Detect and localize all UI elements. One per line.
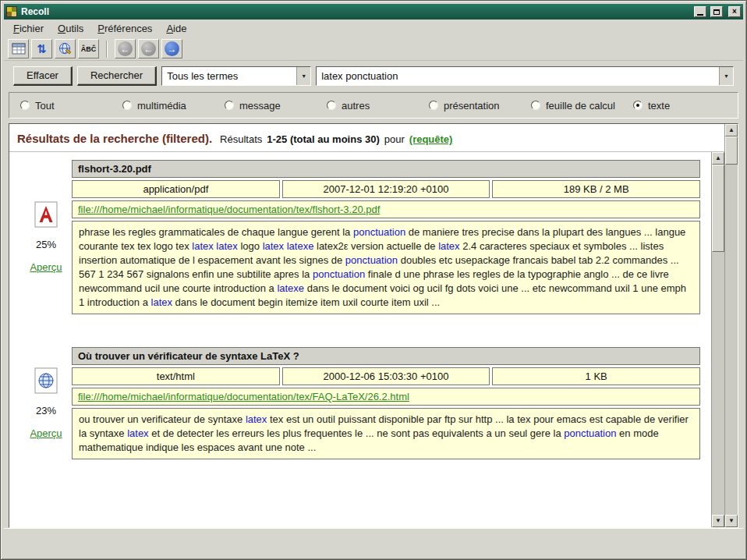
result-mime-type: text/html	[72, 367, 280, 385]
results-range: 1-25 (total au moins 30)	[267, 133, 379, 145]
menubar: Fichier Outils Préférences Aide	[4, 19, 743, 37]
pdf-file-icon	[34, 201, 58, 228]
result-table: flshort-3.20.pdf application/pdf 2007-12…	[72, 160, 700, 314]
search-mode-value: Tous les termes	[162, 67, 296, 85]
scrollbar-track[interactable]	[712, 165, 724, 515]
result-side-panel: 25% Aperçu	[20, 160, 72, 314]
results-list: 25% Aperçu flshort-3.20.pdf application/…	[9, 152, 711, 527]
radio-icon	[225, 101, 234, 110]
results-pane-scrollbar[interactable]: ▲ ▼	[724, 124, 738, 527]
radio-icon	[531, 101, 540, 110]
previous-page-button[interactable]: ←	[138, 39, 159, 58]
close-icon: ×	[732, 8, 737, 16]
filter-tout[interactable]: Tout	[20, 100, 122, 112]
menu-outils[interactable]: Outils	[51, 20, 90, 37]
search-input[interactable]	[317, 67, 719, 85]
scroll-down-icon[interactable]: ▼	[712, 515, 724, 527]
result-url-cell: file:///home/michael/informatique/docume…	[72, 388, 700, 406]
result-item: 25% Aperçu flshort-3.20.pdf application/…	[20, 160, 706, 314]
scrollbar-thumb[interactable]	[725, 136, 738, 165]
spellcheck-icon: ÂBĈ	[81, 45, 97, 53]
menu-preferences[interactable]: Préférences	[91, 20, 158, 37]
result-date: 2007-12-01 12:19:20 +0100	[282, 180, 490, 198]
filter-feuille-de-calcul[interactable]: feuille de calcul	[531, 100, 633, 112]
preview-link[interactable]: Aperçu	[30, 261, 62, 273]
scroll-up-icon[interactable]: ▲	[725, 124, 738, 136]
filter-multimedia[interactable]: multimédia	[122, 100, 225, 112]
results-main: Résultats de la recherche (filtered). Ré…	[9, 124, 724, 527]
minimize-button[interactable]	[694, 6, 706, 17]
minimize-icon	[697, 14, 703, 16]
result-snippet: phrase les regles grammaticales de chaqu…	[72, 221, 700, 314]
clear-button[interactable]: Effacer	[13, 66, 73, 86]
maximize-icon	[713, 9, 720, 15]
result-meta-row: text/html 2000-12-06 15:03:30 +0100 1 KB	[72, 367, 700, 385]
relevance-percent: 23%	[36, 405, 56, 416]
sort-by-date-button[interactable]: ⇅	[31, 39, 52, 58]
statusbar	[4, 528, 743, 556]
results-pane: Résultats de la recherche (filtered). Ré…	[9, 123, 738, 528]
chevron-down-icon[interactable]: ▼	[719, 67, 733, 85]
first-page-icon: ←	[118, 41, 133, 56]
window-title: Recoll	[21, 6, 690, 17]
term-explorer-button[interactable]: ÂBĈ	[78, 39, 99, 58]
app-icon	[6, 6, 17, 17]
maximize-button[interactable]	[710, 6, 723, 17]
search-bar: Effacer Rechercher Tous les termes ▼ ▼	[4, 66, 743, 86]
html-file-icon	[34, 367, 58, 394]
next-page-icon: →	[165, 41, 179, 56]
titlebar[interactable]: Recoll ×	[4, 4, 743, 19]
result-size: 1 KB	[492, 367, 700, 385]
table-grid-icon	[12, 43, 26, 55]
search-query-combo: ▼	[316, 66, 734, 86]
preview-link[interactable]: Aperçu	[30, 427, 62, 439]
toolbar: ⇅ ÂBĈ ← ← →	[4, 37, 743, 61]
close-button[interactable]: ×	[728, 6, 741, 17]
result-table: Où trouver un vérificateur de syntaxe La…	[72, 347, 700, 459]
radio-icon	[20, 101, 30, 110]
radio-icon	[633, 101, 643, 110]
result-url-cell: file:///home/michael/informatique/docume…	[72, 200, 700, 218]
result-meta-row: application/pdf 2007-12-01 12:19:20 +010…	[72, 180, 700, 198]
next-page-button[interactable]: →	[161, 39, 182, 58]
menu-aide[interactable]: Aide	[160, 20, 193, 37]
scrollbar-thumb[interactable]	[712, 165, 724, 252]
search-mode-select[interactable]: Tous les termes ▼	[161, 66, 311, 86]
result-url-link[interactable]: file:///home/michael/informatique/docume…	[78, 204, 380, 215]
app-window: Recoll × Fichier Outils Préférences Aide…	[0, 0, 747, 560]
result-size: 189 KB / 2 MB	[492, 180, 700, 198]
toolbar-separator	[106, 41, 108, 58]
filter-texte[interactable]: texte	[633, 100, 735, 112]
scrollbar-track[interactable]	[725, 136, 738, 515]
result-url-link[interactable]: file:///home/michael/informatique/docume…	[78, 391, 409, 402]
scroll-up-icon[interactable]: ▲	[712, 152, 724, 165]
result-snippet: ou trouver un verificateur de syntaxe la…	[72, 408, 700, 459]
radio-icon	[327, 101, 336, 110]
query-details-link[interactable]: (requête)	[409, 133, 453, 145]
previous-page-icon: ←	[141, 41, 156, 56]
filter-autres[interactable]: autres	[327, 100, 429, 112]
document-history-button[interactable]	[55, 39, 76, 58]
results-header: Résultats de la recherche (filtered). Ré…	[9, 124, 724, 152]
result-item: 23% Aperçu Où trouver un vérificateur de…	[20, 347, 706, 459]
result-mime-type: application/pdf	[72, 180, 280, 198]
filter-message[interactable]: message	[225, 100, 327, 112]
menu-fichier[interactable]: Fichier	[7, 20, 50, 37]
scroll-down-icon[interactable]: ▼	[725, 515, 738, 527]
results-list-scrollbar[interactable]: ▲ ▼	[711, 152, 724, 527]
results-pour: pour	[384, 133, 405, 145]
sort-arrows-icon: ⇅	[37, 43, 47, 55]
radio-icon	[429, 101, 438, 110]
results-title: Résultats de la recherche (filtered).	[17, 132, 212, 145]
globe-pencil-icon	[58, 42, 73, 55]
relevance-percent: 25%	[36, 239, 56, 250]
category-filter-bar: Tout multimédia message autres présentat…	[9, 92, 738, 119]
result-date: 2000-12-06 15:03:30 +0100	[282, 367, 490, 385]
chevron-down-icon[interactable]: ▼	[296, 67, 310, 85]
first-page-button[interactable]: ←	[115, 39, 136, 58]
clear-search-button[interactable]	[8, 39, 29, 58]
filter-presentation[interactable]: présentation	[429, 100, 531, 112]
results-body: 25% Aperçu flshort-3.20.pdf application/…	[9, 152, 724, 527]
search-button[interactable]: Rechercher	[77, 66, 157, 86]
result-side-panel: 23% Aperçu	[20, 347, 72, 459]
